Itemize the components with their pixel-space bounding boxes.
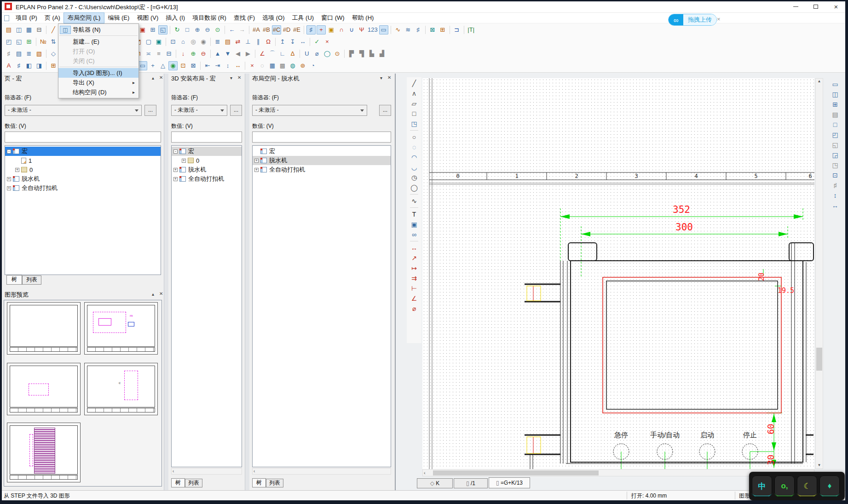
add-point-icon[interactable]: ⊕ bbox=[189, 49, 198, 58]
grid-fine-icon[interactable]: ♯ bbox=[14, 61, 23, 70]
minimize-button[interactable] bbox=[785, 0, 806, 13]
ime-night-key[interactable]: ☾ bbox=[797, 475, 817, 497]
texture-icon[interactable]: ▧ bbox=[35, 49, 44, 58]
grid-display-icon[interactable]: ♯ bbox=[306, 25, 316, 34]
face-up-icon[interactable]: ▲ bbox=[213, 49, 222, 58]
to-right-icon[interactable]: ⇥ bbox=[213, 61, 222, 70]
circle-icon[interactable]: ○ bbox=[410, 132, 419, 142]
property-list-icon[interactable]: ≣ bbox=[213, 37, 222, 46]
mounting-plate-icon[interactable]: ⊟ bbox=[164, 49, 173, 58]
diameter-icon[interactable]: ⌀ bbox=[312, 49, 322, 58]
dim-increment-icon[interactable]: ⊢ bbox=[410, 284, 419, 293]
grid-size-b-icon[interactable]: #B bbox=[262, 25, 271, 34]
scroll-up-icon[interactable]: ▲ bbox=[816, 79, 823, 83]
menubar-item[interactable]: 编辑 (E) bbox=[104, 13, 133, 23]
scroll-down-icon[interactable]: ▼ bbox=[816, 463, 823, 467]
center-mark-icon[interactable]: ⊙ bbox=[333, 49, 342, 58]
page-tab-gk13[interactable]: ▯ =G+K/13 bbox=[489, 477, 530, 488]
cancel-icon[interactable]: × bbox=[323, 37, 332, 46]
plug-device-icon[interactable]: ⊠ bbox=[428, 25, 437, 34]
menubar-item[interactable]: 选项 (O) bbox=[259, 13, 288, 23]
expand-icon[interactable]: + bbox=[173, 168, 178, 172]
filter-combo[interactable]: - 未激活 - bbox=[171, 105, 227, 116]
collapse-icon[interactable]: - bbox=[173, 149, 178, 154]
value-display-icon[interactable]: 123 bbox=[367, 25, 378, 34]
erase-icon[interactable]: × bbox=[248, 61, 257, 70]
face-right-icon[interactable]: ▶ bbox=[243, 49, 253, 58]
expand-icon[interactable]: + bbox=[7, 177, 11, 181]
corner-br-icon[interactable]: ▟ bbox=[377, 49, 387, 58]
viewport-1-icon[interactable]: ▭ bbox=[831, 80, 840, 89]
arc-center-icon[interactable]: ◡ bbox=[410, 163, 419, 172]
panel-pin-icon[interactable]: ▾ bbox=[380, 75, 382, 81]
tab-tree[interactable]: 树 bbox=[252, 478, 266, 487]
v-stretch-icon[interactable]: ↕ bbox=[223, 61, 232, 70]
panel-pin-icon[interactable]: ▾ bbox=[230, 75, 232, 81]
filter-combo[interactable]: - 未激活 - bbox=[5, 105, 142, 116]
dim-aligned-icon[interactable]: ↗ bbox=[410, 253, 419, 263]
panel-collapse-icon[interactable]: ▴ bbox=[152, 75, 154, 81]
menubar-item[interactable]: 插入 (I) bbox=[162, 13, 189, 23]
menubar-item[interactable]: 查找 (F) bbox=[230, 13, 259, 23]
back-icon[interactable]: ← bbox=[227, 25, 237, 34]
object-snap-icon[interactable]: ▣ bbox=[327, 25, 336, 34]
line-icon[interactable]: ╱ bbox=[410, 79, 419, 88]
expand-icon[interactable]: + bbox=[15, 168, 19, 172]
panel-close-icon[interactable]: ✕ bbox=[387, 75, 391, 80]
align-bottom-icon[interactable]: ⊥ bbox=[243, 37, 253, 46]
expand-icon[interactable]: + bbox=[182, 159, 186, 163]
netdisk-upload-button[interactable]: ∞ 拖拽上传 bbox=[668, 14, 717, 26]
view-tl-icon[interactable]: ◰ bbox=[831, 130, 840, 139]
panel-close-icon[interactable]: ✕ bbox=[159, 75, 163, 80]
view-bl-icon[interactable]: ◱ bbox=[831, 140, 840, 149]
grid-size-a-icon[interactable]: #A bbox=[252, 25, 261, 34]
placeholder-value-icon[interactable]: ▣ bbox=[154, 37, 163, 46]
move-down-icon[interactable]: ↧ bbox=[288, 37, 297, 46]
collapse-icon[interactable]: - bbox=[7, 149, 11, 154]
arc-tool-icon[interactable]: ⌒ bbox=[268, 49, 277, 58]
polyline-icon[interactable]: ʌ bbox=[410, 89, 419, 98]
new-macro-icon[interactable]: ▤ bbox=[4, 25, 13, 34]
value-input[interactable] bbox=[5, 132, 161, 143]
upload-close-icon[interactable]: × bbox=[717, 16, 721, 23]
zoom-100-icon[interactable]: ⊙ bbox=[213, 25, 222, 34]
bars-icon[interactable]: ≡ bbox=[154, 49, 163, 58]
plugin-icon[interactable]: ⊞ bbox=[24, 37, 34, 46]
filter-browse-button[interactable]: ... bbox=[144, 105, 156, 116]
ime-lang-key[interactable]: 中 bbox=[752, 475, 772, 497]
refresh-icon[interactable]: ↻ bbox=[173, 25, 182, 34]
exchange-icon[interactable]: ⇄ bbox=[233, 37, 242, 46]
v-scroll-thumb[interactable] bbox=[816, 348, 822, 371]
panel-hscrollbar[interactable]: ‹ bbox=[171, 468, 242, 475]
value-input[interactable] bbox=[171, 132, 242, 143]
placeholder-object-icon[interactable]: ▢ bbox=[144, 37, 153, 46]
disc-icon[interactable]: ◍ bbox=[288, 61, 297, 70]
view-home-3d-icon[interactable]: ⌂ bbox=[179, 37, 188, 46]
handle-3d-icon[interactable]: ◇ bbox=[49, 49, 58, 58]
page-tab-1[interactable]: ▯ /1 bbox=[454, 478, 488, 488]
u-profile-icon[interactable]: U bbox=[302, 49, 312, 58]
target-icon[interactable]: ◉ bbox=[168, 61, 178, 70]
page-navigator-icon[interactable]: ◰ bbox=[4, 37, 13, 46]
render-view-icon[interactable]: ◉ bbox=[199, 37, 208, 46]
sort-order-icon[interactable]: ⇅ bbox=[49, 37, 58, 46]
menubar-item[interactable]: 页 (A) bbox=[41, 13, 64, 23]
ime-punct-key[interactable]: o, bbox=[774, 475, 795, 497]
circle-2pt-icon[interactable]: ◌ bbox=[410, 143, 419, 152]
corner-bl-icon[interactable]: ▙ bbox=[367, 49, 376, 58]
magnetic-path-icon[interactable]: Ω bbox=[264, 37, 273, 46]
preview-thumbnail[interactable]: m bbox=[84, 302, 158, 355]
ime-skin-key[interactable]: ♦ bbox=[819, 475, 840, 497]
text-cursor-icon[interactable]: |T| bbox=[467, 25, 476, 34]
expand-icon[interactable]: + bbox=[254, 159, 259, 163]
corner-icon[interactable]: ∟ bbox=[278, 49, 287, 58]
menu-item[interactable]: 结构空间 (D)▸ bbox=[58, 87, 138, 97]
new-page-icon[interactable]: ◫ bbox=[14, 25, 23, 34]
parts-list-icon[interactable]: ▤ bbox=[223, 37, 232, 46]
arc-3pt-icon[interactable]: ◠ bbox=[410, 153, 419, 162]
h-stretch-icon[interactable]: ↔ bbox=[233, 61, 242, 70]
ellipse-icon[interactable]: ◯ bbox=[410, 183, 419, 192]
menu-item[interactable]: 新建... (E) bbox=[58, 37, 138, 46]
open-layout-icon[interactable]: ▦ bbox=[24, 25, 34, 34]
stretch-icon[interactable]: ↔ bbox=[298, 37, 307, 46]
